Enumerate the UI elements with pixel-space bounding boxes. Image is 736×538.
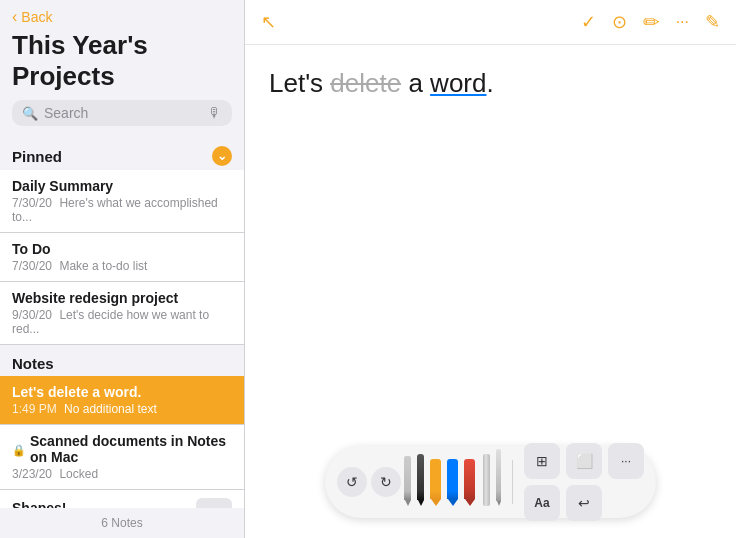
search-icon: 🔍 [22,106,38,121]
note-text: Let's delete a word. [269,65,712,101]
camera-icon[interactable]: ⊙ [612,11,627,33]
back-chevron-icon: ‹ [12,8,17,26]
note-title: Website redesign project [12,290,232,306]
pencil2-tool[interactable] [496,449,501,506]
strikethrough-text: delete [330,68,401,98]
text-before: Let's [269,68,330,98]
undo-button[interactable]: ↺ [337,467,367,497]
compose-icon[interactable]: ✎ [705,11,720,33]
toolbar-divider [512,460,513,504]
lock-icon: 🔒 [12,444,26,457]
search-bar[interactable]: 🔍 Search 🎙 [12,100,232,126]
more-icon[interactable]: ··· [676,13,689,31]
sidebar: ‹ Back This Year's Projects 🔍 Search 🎙 P… [0,0,245,538]
list-item[interactable]: Daily Summary 7/30/20 Here's what we acc… [0,170,244,233]
note-content: Shapes! 1:43 PM / w [12,500,79,508]
mic-icon: 🎙 [208,105,222,121]
search-placeholder: Search [44,105,202,121]
note-meta: 7/30/20 Here's what we accomplished to..… [12,196,232,224]
marker-yellow-tool[interactable] [430,459,441,506]
sidebar-title: This Year's Projects [12,30,232,92]
underline-text: word [430,68,486,98]
text-middle: a [401,68,430,98]
list-item[interactable]: 🔒 Scanned documents in Notes on Mac 3/23… [0,425,244,490]
embed-icon-button[interactable]: ⬜ [566,443,602,479]
list-item[interactable]: Shapes! 1:43 PM / w ▣ [0,490,244,508]
eraser-tool[interactable] [464,459,475,506]
sidebar-header: ‹ Back This Year's Projects 🔍 Search 🎙 [0,0,244,140]
pinned-section-label: Pinned ⌄ [0,140,244,170]
notes-section-label: Notes [0,345,244,376]
text-format-button[interactable]: Aa [524,485,560,521]
ruler-tool[interactable] [483,454,490,506]
note-meta: 9/30/20 Let's decide how we want to red.… [12,308,232,336]
main-toolbar: ↖ ✓ ⊙ ✏ ··· ✎ [245,0,736,45]
note-title: Shapes! [12,500,79,508]
notes-list: Pinned ⌄ Daily Summary 7/30/20 Here's wh… [0,140,244,508]
pen-tool[interactable] [417,454,424,506]
lasso-button[interactable]: ↩ [566,485,602,521]
list-item[interactable]: Website redesign project 9/30/20 Let's d… [0,282,244,345]
note-title: Let's delete a word. [12,384,232,400]
redo-button[interactable]: ↻ [371,467,401,497]
main-content: ↖ ✓ ⊙ ✏ ··· ✎ Let's delete a word. ↺ ↻ [245,0,736,538]
text-after: . [486,68,493,98]
back-label: Back [21,9,52,25]
note-title: Daily Summary [12,178,232,194]
note-meta: 1:49 PM No additional text [12,402,232,416]
note-editor[interactable]: Let's delete a word. [245,45,736,446]
back-button[interactable]: ‹ Back [12,8,232,26]
check-icon[interactable]: ✓ [581,11,596,33]
expand-pinned-icon[interactable]: ⌄ [212,146,232,166]
marker-icon[interactable]: ✏ [643,10,660,34]
note-title: Scanned documents in Notes on Mac [30,433,232,465]
list-item[interactable]: Let's delete a word. 1:49 PM No addition… [0,376,244,425]
marker-blue-tool[interactable] [447,459,458,506]
toolbar-right: ✓ ⊙ ✏ ··· ✎ [581,10,720,34]
toolbar-left: ↖ [261,11,276,33]
drawing-toolbar: ↺ ↻ [325,446,656,518]
arrow-tool-icon[interactable]: ↖ [261,11,276,33]
note-thumbnail: ▣ [196,498,232,508]
note-title: To Do [12,241,232,257]
note-meta: 3/23/20 Locked [12,467,232,481]
pencil-tool[interactable] [404,456,411,506]
list-item[interactable]: To Do 7/30/20 Make a to-do list [0,233,244,282]
more-tools-button[interactable]: ··· [608,443,644,479]
sidebar-footer: 6 Notes [0,508,244,538]
table-icon-button[interactable]: ⊞ [524,443,560,479]
note-title-row: 🔒 Scanned documents in Notes on Mac [12,433,232,467]
note-meta: 7/30/20 Make a to-do list [12,259,232,273]
